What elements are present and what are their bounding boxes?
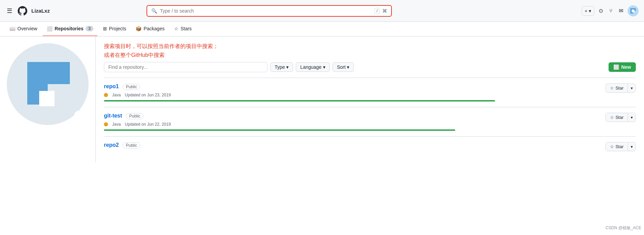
git-test-star-group: ☆ Star ▾ bbox=[605, 113, 636, 122]
sort-dropdown-icon: ▾ bbox=[347, 64, 349, 70]
tab-packages-label: Packages bbox=[143, 26, 164, 31]
search-box: 🔍 / ⌘ bbox=[147, 5, 392, 17]
tab-projects[interactable]: ⊞ Projects bbox=[99, 22, 131, 36]
header-left: ☰ LizaLxz bbox=[5, 5, 50, 16]
github-logo bbox=[17, 5, 28, 16]
repo2-star-chevron[interactable]: ▾ bbox=[628, 143, 635, 151]
type-label: Type bbox=[275, 64, 285, 70]
tab-stars[interactable]: ☆ Stars bbox=[170, 22, 196, 36]
type-dropdown-icon: ▾ bbox=[286, 64, 289, 70]
tab-packages[interactable]: 📦 Packages bbox=[132, 22, 168, 36]
terminal-icon: ⌘ bbox=[382, 8, 387, 14]
repo1-star-button[interactable]: ☆ Star bbox=[606, 84, 628, 92]
repo2-visibility-badge: Public bbox=[123, 142, 140, 148]
repo-item-repo1: repo1 Public Java Updated on Jun 23, 201… bbox=[104, 78, 636, 107]
tab-repositories[interactable]: ⬜ Repositories 3 bbox=[43, 22, 97, 36]
inbox-button[interactable]: ✉ bbox=[617, 6, 625, 16]
search-box-wrapper: 🔍 / ⌘ bbox=[147, 5, 392, 17]
repo-content: 搜索项目时，可以按照当前作者的项目中搜索； 或者在整个GitHub中搜索 Typ… bbox=[95, 36, 644, 162]
sort-filter-button[interactable]: Sort ▾ bbox=[333, 62, 354, 72]
plus-icon: + bbox=[585, 8, 587, 14]
repo2-info: repo2 Public bbox=[104, 142, 605, 148]
repo-icon: ⬜ bbox=[47, 26, 52, 31]
star-icon: ☆ bbox=[174, 26, 179, 31]
svg-rect-10 bbox=[39, 91, 55, 106]
hamburger-button[interactable]: ☰ bbox=[5, 6, 14, 16]
star-outline-icon3: ☆ bbox=[610, 144, 614, 149]
repo1-progress bbox=[104, 100, 495, 101]
avatar[interactable] bbox=[628, 5, 639, 16]
new-repo-label: New bbox=[621, 64, 631, 70]
tab-repositories-label: Repositories bbox=[55, 26, 83, 31]
annotation-line1: 搜索项目时，可以按照当前作者的项目中搜索； bbox=[104, 42, 636, 51]
git-test-lang-dot bbox=[104, 122, 108, 126]
star-outline-icon2: ☆ bbox=[610, 115, 614, 120]
main-content: ☺ 搜索项目时，可以按照当前作者的项目中搜索； 或者在整个GitHub中搜索 T… bbox=[0, 36, 644, 162]
book-icon: 📖 bbox=[10, 26, 15, 31]
repositories-badge: 3 bbox=[86, 26, 93, 31]
tab-overview-label: Overview bbox=[17, 26, 37, 31]
star-outline-icon: ☆ bbox=[610, 85, 614, 91]
repo2-star-group: ☆ Star ▾ bbox=[605, 142, 636, 151]
git-test-info: git-test Public Java Updated on Jun 22, … bbox=[104, 113, 605, 131]
repo1-updated: Updated on Jun 23, 2019 bbox=[125, 93, 171, 97]
header: ☰ LizaLxz 🔍 / ⌘ + ▾ ⊙ ⑂ ✉ bbox=[0, 0, 644, 22]
tab-stars-label: Stars bbox=[181, 26, 192, 31]
issues-button[interactable]: ⊙ bbox=[597, 6, 605, 16]
find-repo-input[interactable] bbox=[104, 62, 267, 72]
git-test-progress bbox=[104, 129, 455, 131]
git-test-name-link[interactable]: git-test bbox=[104, 113, 122, 119]
svg-rect-4 bbox=[632, 10, 634, 12]
language-label: Language bbox=[300, 64, 321, 70]
new-button[interactable]: + ▾ bbox=[582, 6, 594, 16]
repo1-visibility-badge: Public bbox=[123, 84, 140, 90]
git-test-star-chevron[interactable]: ▾ bbox=[628, 113, 635, 122]
git-test-star-button[interactable]: ☆ Star bbox=[606, 113, 628, 122]
repo2-star-label: Star bbox=[615, 144, 624, 149]
repo1-star-group: ☆ Star ▾ bbox=[605, 83, 636, 93]
repo-item-git-test: git-test Public Java Updated on Jun 22, … bbox=[104, 107, 636, 136]
repo1-name-link[interactable]: repo1 bbox=[104, 83, 119, 89]
sidebar: ☺ bbox=[0, 36, 95, 162]
repo-item-repo2: repo2 Public ☆ Star ▾ bbox=[104, 136, 636, 157]
svg-rect-6 bbox=[27, 62, 48, 84]
language-filter-button[interactable]: Language ▾ bbox=[296, 62, 329, 72]
nav-tabs: 📖 Overview ⬜ Repositories 3 ⊞ Projects 📦… bbox=[0, 22, 644, 36]
repo-toolbar: Type ▾ Language ▾ Sort ▾ ⬜ New bbox=[104, 62, 636, 72]
git-test-star-label: Star bbox=[615, 115, 624, 120]
plus-dropdown-icon: ▾ bbox=[589, 8, 591, 14]
annotation: 搜索项目时，可以按照当前作者的项目中搜索； 或者在整个GitHub中搜索 bbox=[104, 42, 636, 59]
new-repo-button[interactable]: ⬜ New bbox=[609, 62, 636, 72]
git-test-language: Java bbox=[112, 122, 121, 127]
sort-label: Sort bbox=[337, 64, 346, 70]
pullrequest-button[interactable]: ⑂ bbox=[608, 6, 614, 16]
search-slash: / bbox=[374, 8, 380, 14]
repo1-language: Java bbox=[112, 93, 121, 97]
git-test-visibility-badge: Public bbox=[126, 113, 143, 119]
git-test-meta: Java Updated on Jun 22, 2019 bbox=[104, 122, 605, 127]
repo1-title-row: repo1 Public bbox=[104, 83, 605, 90]
header-right: + ▾ ⊙ ⑂ ✉ bbox=[582, 5, 639, 16]
annotation-line2: 或者在整个GitHub中搜索 bbox=[104, 51, 636, 60]
repo2-star-button[interactable]: ☆ Star bbox=[606, 142, 628, 151]
repo1-star-label: Star bbox=[615, 85, 624, 91]
git-test-title-row: git-test Public bbox=[104, 113, 605, 119]
tab-overview[interactable]: 📖 Overview bbox=[5, 22, 41, 36]
new-repo-icon: ⬜ bbox=[613, 64, 619, 70]
package-icon: 📦 bbox=[136, 26, 141, 31]
repo2-name-link[interactable]: repo2 bbox=[104, 142, 119, 148]
username: LizaLxz bbox=[31, 8, 50, 14]
table-icon: ⊞ bbox=[103, 26, 107, 31]
search-input[interactable] bbox=[160, 8, 372, 14]
repo1-lang-dot bbox=[104, 93, 108, 97]
type-filter-button[interactable]: Type ▾ bbox=[270, 62, 293, 72]
edit-emoji-button[interactable]: ☺ bbox=[74, 110, 85, 121]
tab-projects-label: Projects bbox=[109, 26, 126, 31]
search-icon: 🔍 bbox=[151, 8, 157, 14]
language-dropdown-icon: ▾ bbox=[323, 64, 325, 70]
svg-rect-7 bbox=[48, 62, 70, 84]
user-avatar-large: ☺ bbox=[7, 43, 89, 125]
repo2-title-row: repo2 Public bbox=[104, 142, 605, 148]
git-test-updated: Updated on Jun 22, 2019 bbox=[125, 122, 171, 127]
repo1-star-chevron[interactable]: ▾ bbox=[628, 84, 635, 92]
